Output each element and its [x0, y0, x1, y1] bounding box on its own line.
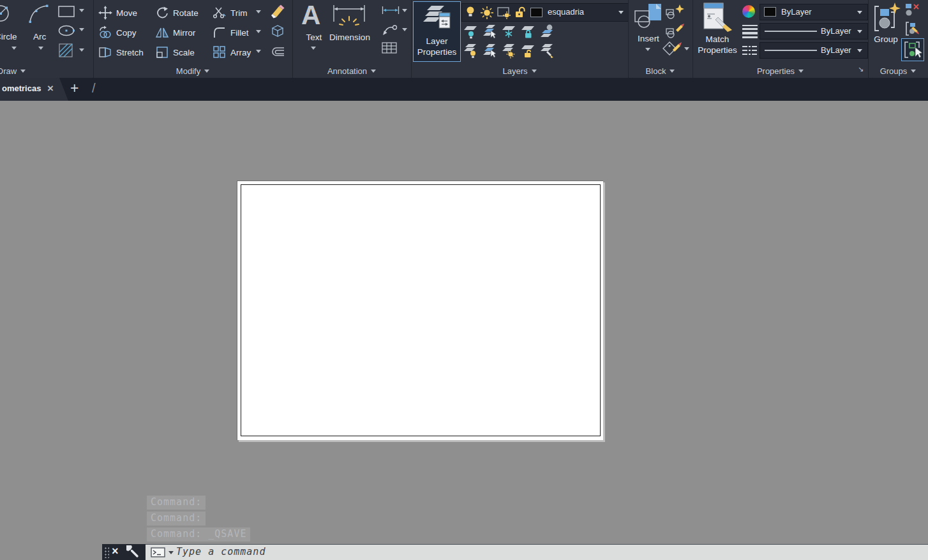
linetype-sample [765, 50, 817, 51]
lineweight-select[interactable]: ByLayer [760, 23, 868, 40]
circle-label[interactable]: Circle [0, 32, 17, 41]
leader-icon[interactable] [382, 24, 398, 36]
layer-unisolate-icon[interactable] [482, 43, 497, 59]
recent-commands-dropdown-icon[interactable] [168, 551, 174, 554]
layer-unlock-all-icon[interactable] [520, 43, 535, 59]
arc-label[interactable]: Arc [33, 32, 46, 41]
panel-properties: Match Properties ByLayer ByLayer [692, 0, 869, 78]
drawn-rectangle[interactable] [241, 184, 601, 436]
file-tab-close-icon[interactable]: × [47, 82, 54, 95]
trim-dropdown-icon[interactable] [256, 10, 261, 13]
layer-viewport-freeze-icon[interactable] [497, 6, 512, 20]
group-edit-icon[interactable] [905, 21, 920, 38]
explode-icon[interactable] [270, 24, 285, 38]
mirror-button[interactable]: Mirror [155, 25, 195, 40]
edit-block-icon[interactable] [665, 23, 685, 40]
rectangle-dropdown-icon[interactable] [79, 9, 84, 12]
copy-button[interactable]: Copy [98, 25, 137, 40]
new-tab-button[interactable]: + [70, 80, 79, 97]
layer-isolate-icon[interactable] [482, 24, 497, 40]
insert-icon[interactable] [633, 3, 664, 32]
file-tab[interactable]: ometricas × [0, 78, 70, 101]
panel-label-modify[interactable]: Modify [93, 65, 292, 77]
arc-button[interactable] [27, 3, 50, 26]
layer-select[interactable]: esquadria [461, 3, 629, 22]
rectangle-icon[interactable] [57, 5, 75, 18]
arc-dropdown-icon[interactable] [38, 47, 43, 50]
panel-layers: Layer Properties [411, 0, 629, 78]
linetype-icon[interactable] [742, 45, 758, 56]
text-dropdown-icon[interactable] [311, 47, 316, 50]
color-wheel-icon[interactable] [742, 5, 755, 18]
stretch-button[interactable]: Stretch [98, 45, 144, 60]
command-input[interactable]: Type a command [146, 544, 928, 560]
layer-make-current-icon[interactable] [539, 24, 555, 40]
leader-dropdown-icon[interactable] [402, 28, 407, 31]
panel-label-groups[interactable]: Groups [868, 65, 928, 77]
hatch-icon[interactable] [57, 42, 75, 59]
linear-dimension-icon[interactable] [382, 6, 400, 15]
layer-properties-button[interactable]: Layer Properties [413, 1, 461, 62]
layer-on-icon[interactable] [465, 6, 477, 18]
table-icon[interactable] [382, 42, 397, 54]
ellipse-icon[interactable] [57, 24, 75, 37]
create-block-icon[interactable] [665, 4, 685, 20]
trim-button[interactable]: Trim [213, 5, 248, 20]
panel-groups: Group Groups [868, 0, 928, 78]
insert-dropdown-icon[interactable] [645, 48, 650, 51]
match-properties-label[interactable]: Match [692, 34, 742, 44]
dimension-icon[interactable] [332, 4, 368, 32]
lineweight-icon[interactable] [742, 24, 758, 38]
ungroup-icon[interactable] [905, 3, 920, 18]
fillet-dropdown-icon[interactable] [256, 30, 261, 33]
panel-label-layers[interactable]: Layers [411, 65, 628, 77]
group-label[interactable]: Group [868, 34, 904, 44]
paper-sheet[interactable] [237, 181, 603, 440]
layer-freeze-icon[interactable] [501, 24, 516, 40]
panel-label-annotation[interactable]: Annotation [292, 65, 411, 77]
layer-color-swatch[interactable] [530, 8, 543, 17]
layer-all-on-icon[interactable] [463, 43, 478, 59]
circle-dropdown-icon[interactable] [11, 47, 17, 50]
array-dropdown-icon[interactable] [256, 50, 261, 53]
linetype-select[interactable]: ByLayer [760, 42, 868, 59]
layer-thaw-icon[interactable] [479, 5, 495, 20]
array-button[interactable]: Array [213, 45, 251, 60]
layer-thaw-all-icon[interactable] [501, 43, 516, 59]
command-bar: × Type a command [102, 544, 928, 560]
dimension-label[interactable]: Dimension [328, 33, 371, 42]
panel-label-properties[interactable]: Properties [692, 65, 868, 77]
properties-dialog-launcher-icon[interactable]: ↘ [858, 65, 864, 73]
layer-match-icon[interactable] [539, 43, 555, 59]
scale-button[interactable]: Scale [155, 45, 195, 60]
group-icon[interactable] [872, 2, 901, 34]
panel-label-block[interactable]: Block [628, 65, 692, 77]
text-icon[interactable]: A [301, 0, 320, 31]
rotate-button[interactable]: Rotate [155, 5, 198, 20]
match-properties-icon[interactable] [703, 2, 733, 34]
layer-unlock-icon[interactable] [514, 6, 527, 19]
circle-button[interactable] [0, 3, 13, 26]
fillet-button[interactable]: Fillet [213, 25, 249, 40]
command-bar-drag-handle[interactable] [104, 547, 109, 558]
linear-dimension-dropdown-icon[interactable] [402, 9, 407, 12]
layer-lock-icon[interactable] [520, 24, 535, 40]
drawing-canvas[interactable]: Command: Command: Command: _QSAVE × [0, 101, 928, 560]
ellipse-dropdown-icon[interactable] [79, 28, 84, 31]
edit-attributes-dropdown-icon[interactable] [684, 47, 689, 50]
command-prompt-icon[interactable] [151, 547, 166, 558]
move-button[interactable]: Move [98, 5, 137, 20]
offset-icon[interactable] [270, 46, 287, 57]
command-bar-close-icon[interactable]: × [112, 545, 119, 558]
ribbon: Circle Arc [0, 0, 928, 78]
hatch-dropdown-icon[interactable] [79, 48, 84, 52]
panel-label-draw[interactable]: Draw [0, 65, 34, 77]
erase-icon[interactable] [270, 4, 285, 19]
edit-attributes-icon[interactable] [661, 40, 683, 57]
text-label[interactable]: Text [303, 33, 326, 42]
object-color-select[interactable]: ByLayer [760, 4, 868, 20]
layer-off-icon[interactable] [463, 24, 478, 40]
insert-label[interactable]: Insert [633, 34, 664, 43]
group-selection-toggle[interactable] [901, 38, 924, 61]
customize-wrench-icon[interactable] [126, 545, 140, 559]
